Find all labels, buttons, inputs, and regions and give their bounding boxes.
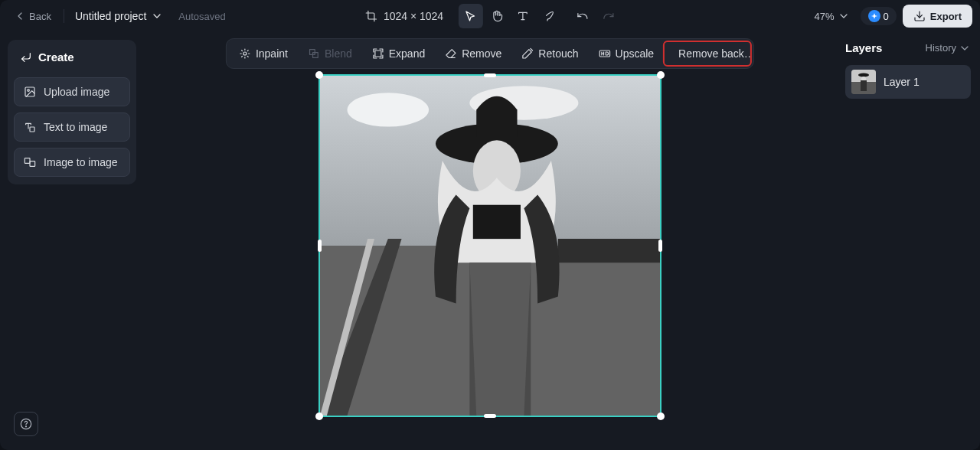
save-status: Autosaved (178, 11, 225, 22)
dimensions-text: 1024 × 1024 (384, 10, 443, 22)
credits-value: 0 (884, 11, 889, 22)
top-right: 47% 0 Export (810, 5, 972, 28)
help-button[interactable] (14, 412, 38, 436)
back-button[interactable]: Back (8, 7, 57, 25)
text-to-image-icon (24, 121, 36, 133)
text-icon (517, 10, 529, 22)
canvas-area[interactable]: Inpaint Blend Expand Remove Retouch (144, 32, 836, 450)
export-button[interactable]: Export (903, 5, 972, 28)
svg-rect-8 (310, 50, 315, 55)
credit-icon (868, 10, 880, 22)
undo-button[interactable] (570, 4, 595, 28)
chevron-down-icon (838, 10, 850, 22)
svg-rect-4 (30, 127, 34, 132)
image-to-image-button[interactable]: Image to image (14, 148, 130, 177)
hd-icon (599, 47, 611, 60)
layer-row[interactable]: Layer 1 (845, 65, 971, 99)
resize-handle-s[interactable] (484, 414, 496, 418)
resize-handle-nw[interactable] (315, 71, 323, 79)
download-icon (913, 10, 926, 22)
select-tool[interactable] (459, 4, 483, 28)
hand-tool[interactable] (485, 4, 509, 28)
resize-handle-w[interactable] (318, 240, 322, 252)
svg-rect-10 (375, 51, 381, 57)
layer-thumbnail (851, 70, 876, 94)
svg-marker-19 (558, 239, 660, 262)
inpaint-icon (239, 47, 251, 60)
brush-tool[interactable] (537, 4, 561, 28)
chevron-down-icon (959, 42, 971, 54)
blend-button: Blend (299, 42, 361, 65)
export-label: Export (930, 11, 962, 22)
crop-icon (365, 10, 377, 22)
redo-button[interactable] (596, 4, 621, 28)
text-to-image-button[interactable]: Text to image (14, 112, 130, 142)
retouch-icon (521, 47, 534, 60)
separator (64, 9, 64, 23)
credits-chip[interactable]: 0 (861, 7, 897, 25)
chevron-down-icon (151, 10, 163, 22)
top-center-tools: 1024 × 1024 (359, 0, 621, 32)
svg-point-14 (348, 93, 430, 126)
text-tool[interactable] (511, 4, 535, 28)
resize-handle-se[interactable] (657, 412, 665, 420)
arrow-enter-icon (20, 51, 32, 64)
svg-point-3 (28, 90, 30, 92)
svg-point-26 (858, 73, 869, 77)
svg-rect-5 (24, 158, 30, 164)
zoom-dropdown[interactable]: 47% (810, 7, 854, 25)
svg-rect-6 (30, 161, 35, 167)
expand-button[interactable]: Expand (363, 42, 434, 65)
layers-title: Layers (845, 41, 882, 54)
svg-marker-0 (871, 13, 877, 19)
context-toolbar: Inpaint Blend Expand Remove Retouch (226, 38, 754, 69)
resize-handle-sw[interactable] (315, 412, 323, 420)
zoom-value: 47% (815, 11, 835, 22)
create-item-label: Image to image (44, 156, 118, 168)
top-bar: Back Untitled project Autosaved 1024 × 1… (0, 0, 980, 32)
canvas-selection[interactable] (318, 74, 662, 417)
brush-icon (543, 10, 555, 22)
blend-icon (308, 47, 320, 60)
svg-point-7 (243, 52, 247, 55)
help-icon (20, 418, 32, 430)
resize-handle-e[interactable] (658, 240, 662, 252)
create-item-label: Upload image (44, 86, 109, 98)
project-title-dropdown[interactable]: Untitled project (70, 7, 168, 25)
remove-button[interactable]: Remove (436, 42, 511, 65)
svg-rect-28 (861, 80, 867, 91)
redo-icon (603, 10, 615, 22)
cursor-icon (465, 10, 477, 22)
upscale-button[interactable]: Upscale (590, 42, 664, 65)
create-header: Create (14, 47, 130, 71)
left-panel: Create Upload image Text to image Image … (0, 32, 144, 450)
resize-handle-ne[interactable] (657, 71, 665, 79)
layer-name: Layer 1 (884, 76, 920, 88)
inpaint-button[interactable]: Inpaint (230, 42, 297, 65)
retouch-button[interactable]: Retouch (512, 42, 587, 65)
svg-rect-22 (473, 205, 521, 239)
upload-image-icon (24, 86, 36, 98)
right-panel: Layers History Layer 1 (836, 32, 980, 450)
resize-handle-n[interactable] (484, 73, 496, 77)
create-card: Create Upload image Text to image Image … (8, 40, 136, 184)
canvas-image (320, 76, 660, 416)
image-to-image-icon (24, 156, 36, 168)
expand-icon (372, 47, 384, 60)
chevron-left-icon (14, 10, 26, 22)
svg-point-30 (25, 426, 26, 427)
eraser-icon (445, 47, 457, 60)
undo-icon (577, 10, 589, 22)
create-title: Create (38, 51, 74, 64)
upload-image-button[interactable]: Upload image (14, 77, 130, 106)
hand-icon (491, 10, 503, 22)
canvas-dimensions[interactable]: 1024 × 1024 (359, 10, 449, 22)
create-item-label: Text to image (44, 121, 107, 133)
back-label: Back (29, 11, 51, 22)
svg-rect-9 (313, 53, 318, 58)
project-title: Untitled project (75, 10, 146, 22)
history-dropdown[interactable]: History (926, 42, 971, 54)
remove-background-button[interactable]: Remove back… (665, 42, 750, 65)
